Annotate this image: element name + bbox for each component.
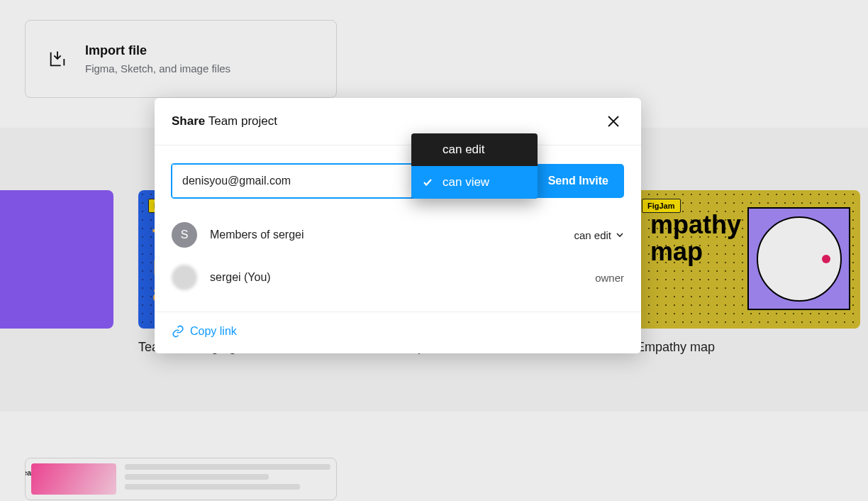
- option-label: can edit: [443, 143, 485, 157]
- share-label: Share: [172, 114, 205, 128]
- check-icon: [421, 177, 434, 187]
- close-icon: [606, 114, 621, 128]
- members-list: S Members of sergei can edit sergei (You…: [155, 198, 641, 299]
- modal-footer: Copy link: [155, 312, 641, 353]
- permission-option-edit[interactable]: can edit: [411, 133, 538, 166]
- modal-title: Share Team project: [172, 114, 277, 128]
- permission-menu: can edit can view: [411, 133, 538, 199]
- project-name: Team project: [208, 114, 277, 128]
- member-row: S Members of sergei can edit: [172, 214, 624, 256]
- link-icon: [172, 325, 184, 338]
- avatar: [172, 265, 197, 290]
- copy-link-button[interactable]: Copy link: [172, 325, 237, 338]
- invite-row: denisyou@gmail.com Send Invite: [155, 145, 641, 198]
- role-dropdown[interactable]: can edit: [574, 229, 624, 241]
- share-modal: Share Team project denisyou@gmail.com Se…: [155, 98, 641, 353]
- modal-header: Share Team project: [155, 98, 641, 145]
- chevron-down-icon: [616, 231, 624, 239]
- copy-link-label: Copy link: [190, 325, 237, 338]
- member-name: Members of sergei: [210, 229, 574, 241]
- send-invite-button[interactable]: Send Invite: [533, 164, 624, 198]
- member-row: sergei (You) owner: [172, 256, 624, 299]
- member-name: sergei (You): [210, 271, 595, 284]
- role-label: owner: [595, 272, 624, 284]
- permission-option-view[interactable]: can view: [411, 166, 538, 199]
- close-button[interactable]: [603, 111, 624, 132]
- role-label: can edit: [574, 229, 611, 241]
- option-label: can view: [443, 175, 489, 189]
- avatar: S: [172, 222, 197, 248]
